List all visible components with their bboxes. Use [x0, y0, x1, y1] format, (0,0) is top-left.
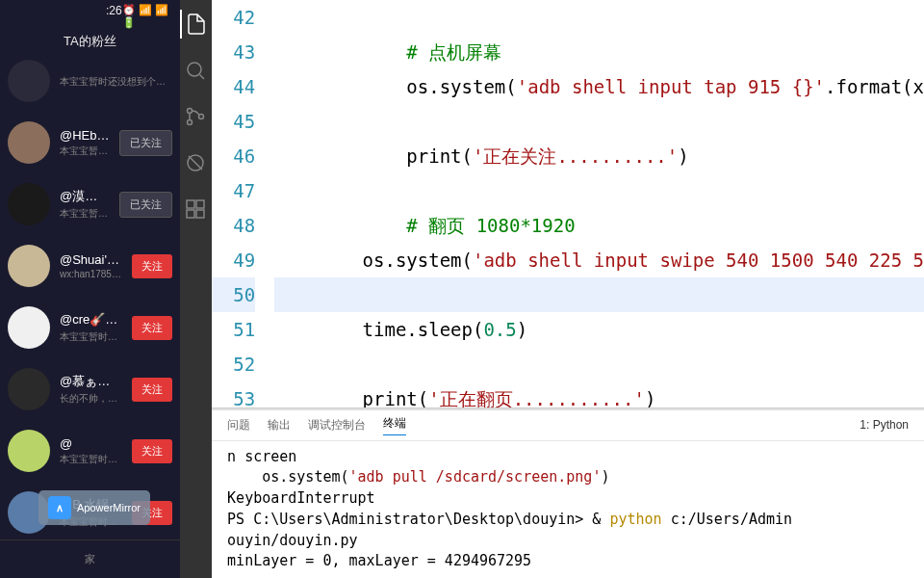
- followed-button[interactable]: 已关注: [119, 130, 172, 156]
- user-name: @: [60, 436, 122, 451]
- avatar[interactable]: [8, 183, 50, 225]
- apowermirror-badge: ∧ ApowerMirror: [38, 490, 150, 525]
- list-item[interactable]: 本宝宝暂时还没想到个性的签名: [0, 50, 180, 112]
- list-item[interactable]: @慕ぁ容恋ぁ长的不帅，但有人爱。关注: [0, 358, 180, 420]
- panel-tab[interactable]: 调试控制台: [308, 417, 366, 434]
- svg-rect-7: [187, 200, 194, 208]
- panel-tab[interactable]: 问题: [227, 417, 250, 434]
- files-icon[interactable]: [180, 10, 209, 39]
- svg-line-6: [189, 156, 202, 170]
- panel-tab[interactable]: 终端: [383, 415, 406, 435]
- user-info: @慕ぁ容恋ぁ长的不帅，但有人爱。: [60, 373, 122, 406]
- line-number-gutter: 42434445464748495051525354: [212, 0, 274, 407]
- user-desc: wx:han1785948947: [60, 269, 122, 279]
- svg-point-2: [188, 109, 192, 114]
- svg-point-3: [188, 120, 192, 125]
- phone-mirror-panel: :26 ⏰ 📶 📶 🔋 TA的粉丝 本宝宝暂时还没想到个性的签名@HEbLyLe…: [0, 0, 180, 578]
- list-item[interactable]: @cre🎸往事随风本宝宝暂时还没想到个性的签名关注: [0, 297, 180, 358]
- terminal-output[interactable]: n screen os.system('adb pull /sdcard/scr…: [212, 441, 924, 579]
- code-editor[interactable]: 42434445464748495051525354 # 点机屏幕 os.sys…: [212, 0, 924, 407]
- follow-button[interactable]: 关注: [132, 439, 172, 463]
- list-item[interactable]: @HEbLyLeO本宝宝暂时还没想到个性的签名已关注: [0, 112, 180, 173]
- followers-list[interactable]: 本宝宝暂时还没想到个性的签名@HEbLyLeO本宝宝暂时还没想到个性的签名已关注…: [0, 50, 180, 543]
- nav-item[interactable]: 家: [85, 552, 95, 566]
- user-desc: 本宝宝暂时还没想到个性的签名: [60, 207, 110, 221]
- editor-area: 42434445464748495051525354 # 点机屏幕 os.sys…: [212, 0, 924, 578]
- code-content[interactable]: # 点机屏幕 os.system('adb shell input tap 91…: [274, 0, 924, 407]
- svg-rect-9: [187, 210, 194, 218]
- svg-line-1: [200, 75, 205, 80]
- vscode-activity-bar: [180, 0, 212, 578]
- user-name: @慕ぁ容恋ぁ: [60, 373, 122, 390]
- user-info: @cre🎸往事随风本宝宝暂时还没想到个性的签名: [60, 311, 122, 344]
- follow-button[interactable]: 关注: [132, 254, 172, 278]
- user-name: @Shuai'Yao: [60, 252, 122, 267]
- svg-point-4: [199, 115, 204, 119]
- apowermirror-label: ApowerMirror: [77, 502, 141, 513]
- apowermirror-logo-icon: ∧: [48, 496, 71, 519]
- svg-point-0: [188, 63, 201, 76]
- user-name: @cre🎸往事随风: [60, 311, 122, 328]
- phone-status-bar: :26 ⏰ 📶 📶 🔋: [0, 0, 180, 33]
- svg-rect-10: [196, 210, 204, 218]
- extensions-icon[interactable]: [181, 195, 210, 223]
- source-control-icon[interactable]: [181, 102, 210, 131]
- phone-bottom-nav[interactable]: 家: [0, 539, 180, 578]
- avatar[interactable]: [8, 368, 50, 410]
- user-info: @本宝宝暂时还没有个性签名: [60, 436, 122, 466]
- list-item[interactable]: @Shuai'Yaowx:han1785948947关注: [0, 235, 180, 297]
- status-icons: ⏰ 📶 📶 🔋: [122, 4, 170, 29]
- list-item[interactable]: @本宝宝暂时还没有个性签名关注: [0, 420, 180, 482]
- follow-button[interactable]: 关注: [132, 316, 172, 340]
- panel-tab[interactable]: 输出: [268, 417, 291, 434]
- phone-page-title: TA的粉丝: [0, 31, 180, 50]
- user-desc: 长的不帅，但有人爱。: [60, 392, 122, 406]
- avatar[interactable]: [8, 121, 50, 164]
- search-icon[interactable]: [181, 56, 210, 85]
- avatar[interactable]: [8, 245, 50, 287]
- user-name: @漠北风沙ˇ孤寂愁: [60, 188, 110, 205]
- avatar[interactable]: [8, 430, 50, 472]
- debug-icon[interactable]: [181, 148, 210, 177]
- user-info: @HEbLyLeO本宝宝暂时还没想到个性的签名: [60, 128, 110, 158]
- user-desc: 本宝宝暂时还没想到个性的签名: [60, 144, 110, 158]
- terminal-selector[interactable]: 1: Python: [860, 418, 909, 432]
- user-desc: 本宝宝暂时还没有个性签名: [60, 453, 122, 466]
- avatar[interactable]: [8, 60, 50, 102]
- svg-rect-8: [196, 200, 204, 208]
- follow-button[interactable]: 关注: [132, 378, 172, 402]
- user-name: @HEbLyLeO: [60, 128, 110, 143]
- status-time: :26: [10, 4, 122, 29]
- user-info: @Shuai'Yaowx:han1785948947: [60, 252, 122, 279]
- user-desc: 本宝宝暂时还没想到个性的签名: [60, 75, 172, 89]
- user-desc: 本宝宝暂时还没想到个性的签名: [60, 330, 122, 344]
- panel-tabs: 问题输出调试控制台终端1: Python: [212, 410, 924, 441]
- user-info: 本宝宝暂时还没想到个性的签名: [60, 73, 172, 89]
- followed-button[interactable]: 已关注: [119, 192, 172, 218]
- list-item[interactable]: @漠北风沙ˇ孤寂愁本宝宝暂时还没想到个性的签名已关注: [0, 173, 180, 235]
- avatar[interactable]: [8, 306, 50, 349]
- user-info: @漠北风沙ˇ孤寂愁本宝宝暂时还没想到个性的签名: [60, 188, 110, 221]
